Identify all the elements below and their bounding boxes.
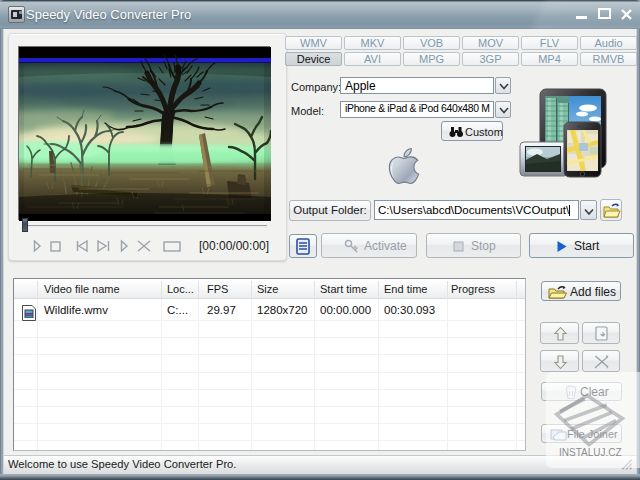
svg-text:INSTALUJ.CZ: INSTALUJ.CZ (559, 447, 622, 458)
